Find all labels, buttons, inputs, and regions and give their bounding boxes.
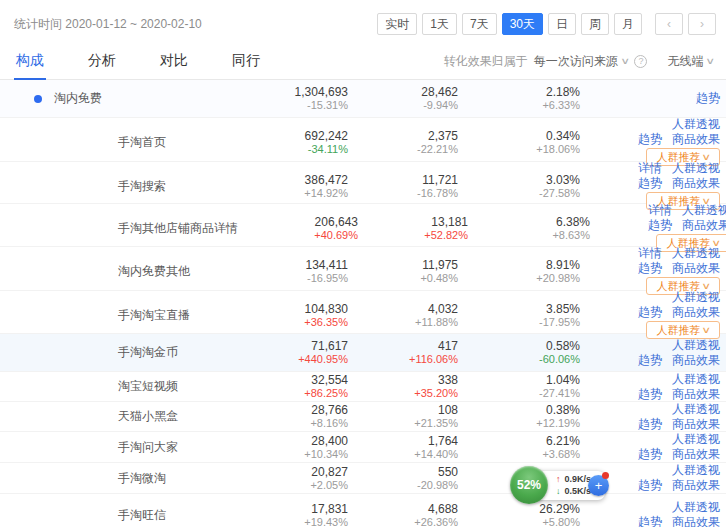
link-商品效果[interactable]: 商品效果	[672, 448, 720, 461]
metric-value: 4,688	[428, 502, 458, 516]
range-button[interactable]: 7天	[462, 13, 497, 35]
link-趋势[interactable]: 趋势	[696, 92, 720, 105]
link-商品效果[interactable]: 商品效果	[672, 177, 720, 190]
channel-name[interactable]: 淘内免费	[0, 90, 228, 107]
link-趋势[interactable]: 趋势	[638, 479, 662, 492]
link-人群透视[interactable]: 人群透视	[672, 403, 720, 416]
link-人群透视[interactable]: 人群透视	[672, 339, 720, 352]
channel-name[interactable]: 手淘首页	[0, 134, 228, 151]
link-趋势[interactable]: 趋势	[638, 418, 662, 431]
link-详情[interactable]: 详情	[638, 247, 662, 260]
link-商品效果[interactable]: 商品效果	[672, 388, 720, 401]
metric-change: +52.82%	[424, 229, 468, 242]
metric-change: +14.92%	[304, 187, 348, 200]
link-line: 人群透视	[672, 118, 720, 131]
link-人群透视[interactable]: 人群透视	[672, 162, 720, 175]
help-icon[interactable]: ?	[634, 55, 647, 68]
up-arrow-icon: ↑	[556, 474, 561, 485]
link-趋势[interactable]: 趋势	[638, 354, 662, 367]
range-button[interactable]: 1天	[422, 13, 457, 35]
action-links: 人群透视趋势商品效果	[580, 373, 720, 401]
link-人群透视[interactable]: 人群透视	[672, 373, 720, 386]
channel-name[interactable]: 淘内免费其他	[0, 263, 228, 280]
channel-name-label: 手淘旺信	[118, 507, 166, 524]
chevron-down-icon: ∨	[712, 236, 722, 250]
link-趋势[interactable]: 趋势	[638, 133, 662, 146]
link-人群透视[interactable]: 人群透视	[672, 464, 720, 477]
table-row: 手淘其他店铺商品详情206,643+40.69%13,181+52.82%6.3…	[0, 204, 726, 247]
crowd-recommend-button[interactable]: 人群推荐∨	[646, 321, 720, 339]
link-商品效果[interactable]: 商品效果	[672, 479, 720, 492]
link-人群透视[interactable]: 人群透视	[672, 433, 720, 446]
prev-page-button[interactable]: ‹	[655, 13, 683, 35]
link-商品效果[interactable]: 商品效果	[682, 219, 726, 232]
link-line: 趋势商品效果	[648, 219, 726, 232]
channel-name[interactable]: 手淘淘金币	[0, 344, 228, 361]
next-page-button[interactable]: ›	[688, 13, 716, 35]
metric-cell: 108+21.35%	[348, 403, 458, 430]
range-button[interactable]: 30天	[502, 13, 543, 35]
metric-value: 338	[438, 373, 458, 387]
channel-name[interactable]: 手淘搜索	[0, 178, 228, 195]
channel-name[interactable]: 手淘旺信	[0, 507, 228, 524]
tab-对比[interactable]: 对比	[158, 43, 190, 79]
terminal-dropdown[interactable]: 无线端 ∨	[667, 53, 714, 70]
metric-change: -27.41%	[539, 387, 580, 400]
metric-cell: 1,764+14.40%	[348, 434, 458, 461]
action-links: 人群透视趋势商品效果人群推荐∨	[580, 118, 720, 166]
link-趋势[interactable]: 趋势	[638, 448, 662, 461]
link-详情[interactable]: 详情	[638, 162, 662, 175]
download-speed: ↓ 0.5K/s	[556, 486, 591, 497]
channel-name[interactable]: 手淘问大家	[0, 439, 228, 456]
link-商品效果[interactable]: 商品效果	[672, 354, 720, 367]
tab-分析[interactable]: 分析	[86, 43, 118, 79]
link-商品效果[interactable]: 商品效果	[672, 516, 720, 527]
link-趋势[interactable]: 趋势	[638, 306, 662, 319]
link-line: 趋势商品效果	[638, 388, 720, 401]
link-line: 人群透视	[672, 464, 720, 477]
metric-change: +11.88%	[415, 316, 458, 329]
table-row: 手淘淘金币71,617+440.95%417+116.06%0.58%-60.0…	[0, 334, 726, 372]
range-button[interactable]: 周	[581, 13, 609, 35]
range-button[interactable]: 实时	[377, 13, 417, 35]
link-趋势[interactable]: 趋势	[638, 388, 662, 401]
link-line: 人群透视	[672, 403, 720, 416]
metric-value: 3.85%	[546, 302, 580, 316]
link-人群透视[interactable]: 人群透视	[672, 291, 720, 304]
link-人群透视[interactable]: 人群透视	[672, 501, 720, 514]
channel-name[interactable]: 手淘淘宝直播	[0, 307, 228, 324]
metric-cell: 28,400+10.34%	[228, 434, 348, 461]
channel-name[interactable]: 天猫小黑盒	[0, 408, 228, 425]
metric-value: 28,400	[311, 434, 348, 448]
range-button[interactable]: 日	[548, 13, 576, 35]
toolbar: 统计时间 2020-01-12 ~ 2020-02-10 实时1天7天30天日周…	[0, 0, 726, 43]
metric-change: -60.06%	[539, 353, 580, 366]
table-row: 手淘问大家28,400+10.34%1,764+14.40%6.21%+3.68…	[0, 432, 726, 463]
metric-cell: 386,472+14.92%	[228, 173, 348, 200]
link-商品效果[interactable]: 商品效果	[672, 306, 720, 319]
metric-change: -20.98%	[417, 479, 458, 492]
link-趋势[interactable]: 趋势	[648, 219, 672, 232]
metric-cell: 71,617+440.95%	[228, 339, 348, 366]
link-商品效果[interactable]: 商品效果	[672, 262, 720, 275]
channel-name[interactable]: 手淘微淘	[0, 470, 228, 487]
link-line: 人群透视	[672, 291, 720, 304]
link-商品效果[interactable]: 商品效果	[672, 133, 720, 146]
progress-bubble[interactable]: 52%	[510, 466, 548, 504]
tab-构成[interactable]: 构成	[14, 43, 46, 79]
link-趋势[interactable]: 趋势	[638, 516, 662, 527]
link-详情[interactable]: 详情	[648, 204, 672, 217]
channel-name[interactable]: 淘宝短视频	[0, 378, 228, 395]
table-row: 手淘淘宝直播104,830+36.35%4,032+11.88%3.85%-17…	[0, 291, 726, 334]
attribution-dropdown[interactable]: 每一次访问来源 ∨	[534, 53, 629, 70]
action-links: 详情人群透视趋势商品效果人群推荐∨	[590, 204, 726, 252]
link-人群透视[interactable]: 人群透视	[672, 118, 720, 131]
link-商品效果[interactable]: 商品效果	[672, 418, 720, 431]
link-趋势[interactable]: 趋势	[638, 177, 662, 190]
range-button[interactable]: 月	[614, 13, 642, 35]
channel-name[interactable]: 手淘其他店铺商品详情	[0, 220, 238, 237]
link-趋势[interactable]: 趋势	[638, 262, 662, 275]
channel-name-label: 手淘淘金币	[118, 344, 178, 361]
tab-同行[interactable]: 同行	[230, 43, 262, 79]
upload-speed-value: 0.9K/s	[565, 474, 592, 485]
